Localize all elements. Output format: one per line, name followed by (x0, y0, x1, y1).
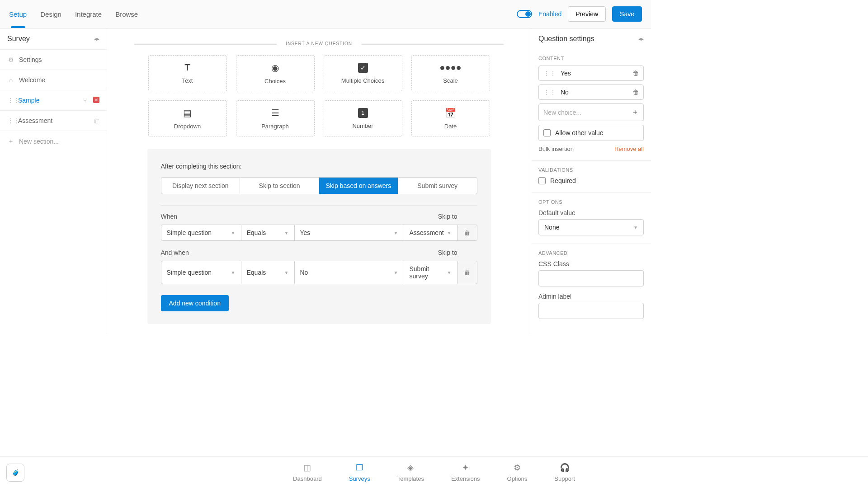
chevron-down-icon: ▼ (394, 230, 398, 235)
new-choice-input[interactable] (543, 109, 627, 116)
tab-browse[interactable]: Browse (115, 0, 138, 28)
andwhen-label: And when (161, 249, 189, 256)
trash-icon[interactable]: 🗑 (632, 89, 639, 96)
rule1-operator-select[interactable]: Equals▼ (241, 225, 295, 241)
rule-2: And when Skip to Simple question▼ Equals… (161, 249, 477, 284)
qtype-choices[interactable]: ◉ Choices (236, 55, 315, 91)
left-header: Survey ◂▸ (0, 28, 107, 49)
delete-section-icon[interactable]: ✕ (93, 97, 99, 103)
admin-label-input[interactable] (538, 303, 644, 319)
trash-icon: 🗑 (464, 229, 470, 236)
sidebar-item-label: Sample (18, 97, 39, 104)
qtype-label: Choices (264, 78, 286, 84)
insert-label: INSERT A NEW QUESTION (286, 41, 352, 46)
rule2-value-select[interactable]: No▼ (295, 261, 404, 284)
remove-all-link[interactable]: Remove all (614, 145, 644, 152)
qtype-label: Dropdown (174, 123, 201, 130)
bulk-insertion-link[interactable]: Bulk insertion (538, 145, 574, 152)
trash-icon[interactable]: 🗑 (93, 117, 99, 124)
filter-icon[interactable]: ⑂ (83, 97, 87, 104)
new-choice-row[interactable]: ＋ (538, 103, 644, 121)
checkbox-icon: ✓ (358, 63, 368, 73)
rule2-target-select[interactable]: Submit survey▼ (404, 261, 458, 284)
chevron-down-icon: ▼ (633, 225, 638, 230)
sidebar-new-section[interactable]: ＋ New section... (0, 131, 107, 152)
advanced-section: Advanced CSS Class Admin label (531, 250, 651, 332)
css-class-label: CSS Class (538, 260, 644, 267)
completion-tabs: Display next section Skip to section Ski… (161, 177, 477, 194)
default-value-select[interactable]: None ▼ (538, 219, 644, 235)
right-panel: Question settings ◂▸ Content ⋮⋮ Yes 🗑 ⋮⋮… (531, 28, 651, 334)
choice-no[interactable]: ⋮⋮ No 🗑 (538, 84, 644, 100)
question-type-grid: T Text ◉ Choices ✓ Multiple Choices ●●●●… (147, 55, 491, 136)
rule2-delete-button[interactable]: 🗑 (458, 261, 477, 284)
rule1-value-select[interactable]: Yes▼ (295, 225, 404, 241)
tab-skip-to[interactable]: Skip to section (240, 178, 319, 194)
completion-title: After completing this section: (161, 163, 477, 170)
top-bar: Setup Design Integrate Browse Enabled Pr… (0, 0, 651, 28)
divider (361, 43, 504, 45)
required-label: Required (550, 177, 576, 184)
qtype-date[interactable]: 📅 Date (411, 100, 490, 136)
qtype-multiple[interactable]: ✓ Multiple Choices (324, 55, 402, 91)
qtype-paragraph[interactable]: ☰ Paragraph (236, 100, 315, 136)
rule1-delete-button[interactable]: 🗑 (458, 225, 477, 241)
sidebar-item-welcome[interactable]: ⌂ Welcome (0, 70, 107, 90)
tab-setup[interactable]: Setup (9, 0, 27, 28)
choice-text: Yes (561, 70, 628, 77)
rule2-question-select[interactable]: Simple question▼ (161, 261, 241, 284)
advanced-header: Advanced (538, 250, 644, 256)
rule1-question-select[interactable]: Simple question▼ (161, 225, 241, 241)
options-section: Options Default value None ▼ (531, 199, 651, 244)
options-header: Options (538, 199, 644, 205)
plus-icon: ＋ (7, 137, 14, 145)
text-icon: T (184, 62, 190, 73)
home-icon: ⌂ (7, 76, 14, 84)
sidebar-item-assessment[interactable]: ⋮⋮ Assessment 🗑 (0, 110, 107, 131)
chevron-down-icon: ▼ (394, 270, 398, 275)
tab-integrate[interactable]: Integrate (75, 0, 102, 28)
rule2-operator-select[interactable]: Equals▼ (241, 261, 295, 284)
chevron-down-icon: ▼ (231, 270, 236, 275)
rule1-target-select[interactable]: Assessment▼ (404, 225, 458, 241)
collapse-left-icon[interactable]: ◂▸ (94, 36, 99, 42)
skipto-label: Skip to (438, 213, 458, 220)
trash-icon[interactable]: 🗑 (632, 70, 639, 77)
admin-label-label: Admin label (538, 293, 644, 300)
tab-submit[interactable]: Submit survey (398, 178, 477, 194)
save-button[interactable]: Save (612, 6, 642, 22)
collapse-right-icon[interactable]: ◂▸ (638, 36, 644, 42)
enabled-toggle[interactable] (517, 10, 532, 18)
grip-icon: ⋮⋮ (543, 89, 556, 96)
gear-icon: ⚙ (7, 56, 14, 63)
tab-skip-answers[interactable]: Skip based on answers (319, 178, 398, 194)
validations-header: Validations (538, 167, 644, 173)
completion-box: After completing this section: Display n… (147, 149, 491, 324)
sidebar-item-sample[interactable]: ⋮⋮ Sample ⑂ ✕ (0, 90, 107, 110)
plus-icon[interactable]: ＋ (632, 108, 639, 117)
checkbox-icon (538, 177, 546, 184)
right-title: Question settings (538, 35, 594, 43)
tab-display-next[interactable]: Display next section (161, 178, 241, 194)
add-condition-button[interactable]: Add new condition (161, 295, 229, 311)
allow-other-label: Allow other value (555, 129, 604, 136)
allow-other-checkbox[interactable]: Allow other value (538, 125, 644, 141)
chevron-down-icon: ▼ (447, 270, 452, 275)
choice-yes[interactable]: ⋮⋮ Yes 🗑 (538, 66, 644, 81)
divider (134, 43, 277, 45)
left-sidebar: Survey ◂▸ ⚙ Settings ⌂ Welcome ⋮⋮ Sample… (0, 28, 107, 334)
when-label: When (161, 213, 178, 220)
qtype-scale[interactable]: ●●●● Scale (411, 55, 490, 91)
grip-icon: ⋮⋮ (543, 70, 556, 77)
qtype-dropdown[interactable]: ▤ Dropdown (148, 100, 227, 136)
qtype-label: Date (444, 123, 457, 130)
css-class-input[interactable] (538, 270, 644, 286)
required-checkbox[interactable]: Required (538, 177, 644, 184)
preview-button[interactable]: Preview (568, 6, 606, 22)
sidebar-item-settings[interactable]: ⚙ Settings (0, 49, 107, 70)
qtype-text[interactable]: T Text (148, 55, 227, 91)
tab-design[interactable]: Design (40, 0, 61, 28)
insert-header: INSERT A NEW QUESTION (134, 41, 504, 46)
center-panel: INSERT A NEW QUESTION T Text ◉ Choices ✓… (107, 28, 531, 334)
qtype-number[interactable]: 1 Number (324, 100, 402, 136)
